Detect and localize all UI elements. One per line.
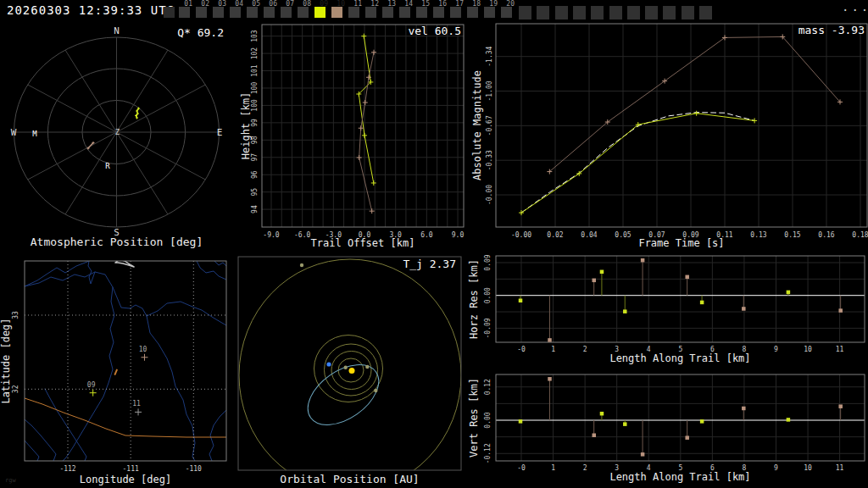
- y-tick-label: 100: [251, 82, 259, 95]
- gridlines: [496, 374, 865, 461]
- series-station-2: [357, 50, 376, 214]
- frame-thumb-empty[interactable]: [555, 6, 568, 19]
- polar-spoke: [117, 85, 206, 132]
- frame-thumb-label: 06: [269, 1, 277, 8]
- y-tick-label: 96: [251, 170, 259, 179]
- series-station-1: [519, 412, 790, 426]
- frame-thumb-02[interactable]: 02: [196, 7, 207, 18]
- river: [25, 441, 39, 461]
- atmospheric-position-panel: NSWEZMRQ* 69.2Atmospheric Position [deg]: [11, 25, 224, 248]
- frame-thumb-07[interactable]: 07: [281, 7, 292, 18]
- frame-thumb-19[interactable]: 19: [484, 7, 495, 18]
- y-tick-label: -0.33: [486, 150, 493, 170]
- river: [25, 272, 147, 316]
- frame-thumb-label: 16: [438, 1, 447, 8]
- x-tick-label: 0.13: [750, 231, 766, 239]
- frame-thumb-label: 05: [252, 1, 260, 8]
- frame-thumb-label: 08: [303, 1, 311, 8]
- series-station-1: [519, 270, 790, 313]
- planet-dot-mercury: [344, 366, 348, 369]
- x-tick-label: 6.0: [420, 231, 433, 239]
- x-tick-label: -110: [186, 465, 202, 473]
- station-marker-10: 10: [139, 346, 148, 361]
- planet-dot-jupiter: [300, 263, 303, 267]
- frame-thumb-empty[interactable]: [682, 6, 694, 19]
- polar-spoke: [28, 85, 117, 132]
- series-line: [549, 36, 840, 171]
- y-axis-title: Height [km]: [240, 92, 252, 159]
- y-axis-title: Latitude [deg]: [0, 318, 12, 403]
- frame-thumb-empty[interactable]: [627, 6, 640, 19]
- x-tick-label: 9.0: [452, 231, 465, 239]
- frame-thumb-17[interactable]: 17: [450, 7, 461, 18]
- x-tick-label: 11: [836, 346, 844, 353]
- vert-residual-plot: -01234568910110.120.00-0.12Length Along …: [468, 374, 865, 483]
- y-tick-label: -0.67: [486, 115, 493, 136]
- x-tick-label: 2: [583, 346, 587, 353]
- frame-thumb-label: 09: [320, 1, 328, 8]
- frame-thumb-03[interactable]: 03: [213, 7, 224, 18]
- river: [45, 389, 86, 461]
- frame-thumb-empty[interactable]: [573, 6, 586, 19]
- polar-spoke: [117, 50, 169, 132]
- station-marker-11: 11: [132, 400, 142, 415]
- frame-thumb-empty[interactable]: [537, 6, 549, 19]
- frame-thumb-06[interactable]: 06: [264, 7, 275, 18]
- earth-dot: [326, 362, 331, 366]
- frame-thumb-18[interactable]: 18: [467, 7, 478, 18]
- y-tick-label: -0.12: [484, 443, 492, 463]
- frame-thumb-10[interactable]: 10: [331, 7, 342, 18]
- frame-thumb-empty[interactable]: [609, 6, 622, 19]
- polar-spoke: [117, 132, 206, 180]
- x-tick-label: -111: [123, 465, 139, 473]
- station-marker-09: 09: [87, 381, 97, 396]
- frame-thumb-empty[interactable]: [663, 6, 676, 19]
- frame-thumb-empty[interactable]: [699, 6, 712, 19]
- frame-thumb-08[interactable]: 08: [298, 7, 309, 18]
- value-readout: Q* 69.2: [177, 26, 224, 39]
- x-tick-label: 0.05: [615, 231, 631, 239]
- frame-thumb-16[interactable]: 16: [433, 7, 444, 18]
- polar-annotation-M: M: [32, 130, 37, 138]
- frame-thumb-empty[interactable]: [519, 6, 531, 19]
- compass-north: N: [114, 25, 120, 36]
- frame-thumb-13[interactable]: 13: [382, 7, 393, 18]
- x-tick-label: 0.16: [818, 231, 834, 239]
- trail-offset-plot: -9.0-6.0-3.00.03.06.09.01031021011001009…: [240, 25, 464, 249]
- frame-thumb-12[interactable]: 12: [365, 7, 376, 18]
- y-tick-label: -1.00: [486, 80, 493, 101]
- y-tick-label: -1.34: [486, 46, 493, 66]
- x-tick-label: -0: [517, 346, 526, 353]
- polar-spoke: [28, 132, 117, 180]
- magnitude-plot: -0.000.020.040.050.070.090.110.130.150.1…: [471, 24, 868, 249]
- frame-thumb-empty[interactable]: [591, 6, 604, 19]
- frame-thumb-01[interactable]: 01: [179, 7, 190, 18]
- frame-thumb-05[interactable]: 05: [247, 7, 258, 18]
- overflow-menu-button[interactable]: ...: [842, 0, 868, 14]
- frame-thumb-11[interactable]: 11: [348, 7, 359, 18]
- x-axis-title: Length Along Trail [km]: [609, 471, 750, 483]
- frame-thumb-label: 19: [489, 1, 498, 8]
- track-station-2: [87, 141, 95, 150]
- series-station-1: [519, 111, 757, 215]
- series-line: [359, 36, 373, 183]
- panel-frame: [238, 257, 461, 470]
- x-tick-label: 10: [804, 464, 812, 472]
- track-station-1: [135, 108, 140, 119]
- y-axis-title: Horz Res [km]: [468, 259, 480, 339]
- river: [25, 259, 91, 286]
- series-line: [521, 114, 754, 213]
- frame-thumb-empty[interactable]: [645, 6, 658, 19]
- frame-thumb-20[interactable]: 20: [501, 7, 512, 18]
- frame-thumb-empty[interactable]: [164, 7, 175, 18]
- frame-thumb-label: 12: [370, 1, 379, 8]
- series-line: [359, 53, 374, 211]
- frame-thumb-14[interactable]: 14: [399, 7, 410, 18]
- frame-thumb-09[interactable]: 09: [314, 7, 326, 18]
- river: [209, 410, 226, 461]
- x-tick-label: 2: [583, 464, 587, 472]
- orbital-content: [239, 259, 461, 488]
- frame-thumb-04[interactable]: 04: [230, 7, 241, 18]
- frame-thumb-15[interactable]: 15: [416, 7, 427, 18]
- series-light-curve-fit: [521, 113, 754, 213]
